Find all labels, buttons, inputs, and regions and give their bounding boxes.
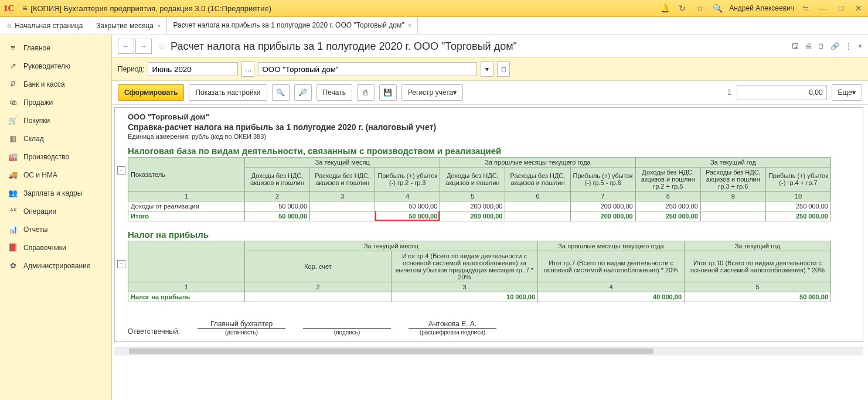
th: Расходы без НДС, акцизов и пошлин <box>310 167 375 192</box>
star-icon[interactable]: ☆ <box>694 4 706 13</box>
cell: 200 000,00 <box>570 201 635 211</box>
sidebar-item-label: Склад <box>23 135 44 143</box>
tab-close-icon[interactable]: × <box>407 22 411 29</box>
sidebar-item-assets[interactable]: 🚚ОС и НМА <box>0 166 111 184</box>
sidebar-item-catalogs[interactable]: 📕Справочники <box>0 238 111 257</box>
show-settings-button[interactable]: Показать настройки <box>189 84 267 101</box>
cell: 200 000,00 <box>440 201 505 211</box>
save-icon[interactable]: 🖫 <box>792 42 799 50</box>
sidebar-item-label: Операции <box>23 207 56 216</box>
sidebar-item-sales[interactable]: 🛍Продажи <box>0 93 111 111</box>
tab-closing[interactable]: Закрытие месяца × <box>90 17 167 35</box>
more-icon[interactable]: ⋮ <box>845 42 852 50</box>
sum-field[interactable]: 0,00 <box>737 85 827 100</box>
colnum: 2 <box>245 282 392 292</box>
form-button[interactable]: Сформировать <box>118 84 184 101</box>
collapse-button[interactable]: − <box>117 166 125 175</box>
tab-tax-report[interactable]: Расчет налога на прибыль за 1 полугодие … <box>167 17 417 35</box>
sidebar-item-operations[interactable]: ᴬᴷОперации <box>0 202 111 220</box>
favorite-button[interactable]: ☆ <box>158 41 166 52</box>
colnum: 10 <box>765 192 830 201</box>
search-icon[interactable]: 🔍 <box>712 4 723 13</box>
horizontal-scrollbar[interactable] <box>114 347 863 355</box>
filter-icon[interactable]: ≒ <box>800 4 812 13</box>
history-icon[interactable]: ↻ <box>676 4 688 13</box>
sidebar-item-purchases[interactable]: 🛒Покупки <box>0 111 111 129</box>
sign-name: (расшифровка подписи) <box>409 328 496 336</box>
find-next-button[interactable]: 🔎 <box>294 84 312 101</box>
colnum: 7 <box>570 192 635 201</box>
sidebar-item-manager[interactable]: ↗Руководителю <box>0 57 111 75</box>
colnum: 6 <box>505 192 570 201</box>
link-icon[interactable]: 🔗 <box>830 42 839 50</box>
colnum: 2 <box>245 192 310 201</box>
cell <box>310 211 375 221</box>
period-label: Период: <box>118 65 144 73</box>
print-button[interactable]: Печать <box>316 84 352 101</box>
org-input[interactable] <box>258 62 477 76</box>
export-button[interactable]: ⎙ <box>357 84 375 101</box>
forward-button[interactable]: → <box>135 39 152 54</box>
parameter-bar: Период: … ▾ □ <box>112 57 868 81</box>
report-title: Справка-расчет налога на прибыль за 1 по… <box>128 122 857 132</box>
sum-icon: Σ <box>727 88 731 97</box>
close-page-icon[interactable]: × <box>858 42 862 50</box>
more-button[interactable]: Еще ▾ <box>832 84 862 101</box>
bag-icon: 🛍 <box>8 98 18 107</box>
th: Расходы без НДС, акцизов и пошлин гр.3 +… <box>700 167 765 192</box>
register-button[interactable]: Регистр учета ▾ <box>401 84 463 101</box>
maximize-icon[interactable]: □ <box>835 4 847 13</box>
toolbar: Сформировать Показать настройки 🔍 🔎 Печа… <box>112 81 868 105</box>
report-area[interactable]: ООО "Торговый дом" Справка-расчет налога… <box>112 105 868 400</box>
window-title: [КОПИЯ] Бухгалтерия предприятия, редакци… <box>30 4 659 13</box>
sidebar: ≡Главное ↗Руководителю ₽Банк и касса 🛍Пр… <box>0 35 112 400</box>
sidebar-item-label: Главное <box>23 44 50 52</box>
signature-row: Ответственный: Главный бухгалтер (должно… <box>128 320 857 336</box>
save-button[interactable]: 💾 <box>379 84 397 101</box>
back-button[interactable]: ← <box>118 39 134 54</box>
colnum: 8 <box>635 192 700 201</box>
sidebar-item-reports[interactable]: 📊Отчеты <box>0 220 111 238</box>
preview-icon[interactable]: 🗋 <box>818 42 825 50</box>
minimize-icon[interactable]: — <box>818 4 829 13</box>
org-open-button[interactable]: □ <box>497 61 510 77</box>
collapse-button[interactable]: − <box>117 260 125 268</box>
sidebar-item-salary[interactable]: 👥Зарплата и кадры <box>0 184 111 202</box>
bars-icon: 📊 <box>8 225 18 234</box>
sidebar-item-production[interactable]: 🏭Производство <box>0 148 111 166</box>
cell <box>700 201 765 211</box>
colnum: 3 <box>310 192 375 201</box>
ruble-icon: ₽ <box>8 80 18 88</box>
sidebar-item-main[interactable]: ≡Главное <box>0 39 111 57</box>
user-name[interactable]: Андрей Алексеевич <box>729 4 794 12</box>
tab-close-icon[interactable]: × <box>157 22 161 29</box>
th: Расходы без НДС, акцизов и пошлин <box>505 167 570 192</box>
bell-icon[interactable]: 🔔 <box>659 4 670 13</box>
period-picker-button[interactable]: … <box>241 61 254 77</box>
cell: 10 000,00 <box>392 292 538 302</box>
colnum: 4 <box>375 192 440 201</box>
total-label: Итого <box>128 211 245 221</box>
sidebar-item-admin[interactable]: ✿Администрирование <box>0 257 111 275</box>
sidebar-item-label: Отчеты <box>23 225 47 234</box>
th: Доходы без НДС, акцизов и пошлин гр.2 + … <box>635 167 700 192</box>
table-row: Налог на прибыль 10 000,00 40 000,00 50 … <box>128 292 831 302</box>
sidebar-item-label: Банк и касса <box>23 80 65 88</box>
page-header: ← → ☆ Расчет налога на прибыль за 1 полу… <box>112 35 868 57</box>
tab-home[interactable]: ⌂ Начальная страница <box>0 17 90 35</box>
find-button[interactable]: 🔍 <box>272 84 290 101</box>
sidebar-item-stock[interactable]: ▥Склад <box>0 129 111 148</box>
th: За прошлые месяцы текущего года <box>538 241 685 251</box>
menu-icon[interactable]: ≡ <box>19 4 30 13</box>
org-dropdown-button[interactable]: ▾ <box>481 61 493 77</box>
chevron-down-icon: ▾ <box>453 88 457 97</box>
sidebar-item-label: Руководителю <box>23 62 70 70</box>
th-cur-month: За текущий месяц <box>245 158 440 167</box>
cell <box>245 292 392 302</box>
app-logo: 1C <box>4 4 14 13</box>
close-icon[interactable]: ✕ <box>853 4 864 13</box>
period-input[interactable] <box>148 62 238 76</box>
print-icon[interactable]: 🖨 <box>805 42 812 50</box>
sidebar-item-bank[interactable]: ₽Банк и касса <box>0 75 111 93</box>
colnum: 1 <box>128 192 245 201</box>
